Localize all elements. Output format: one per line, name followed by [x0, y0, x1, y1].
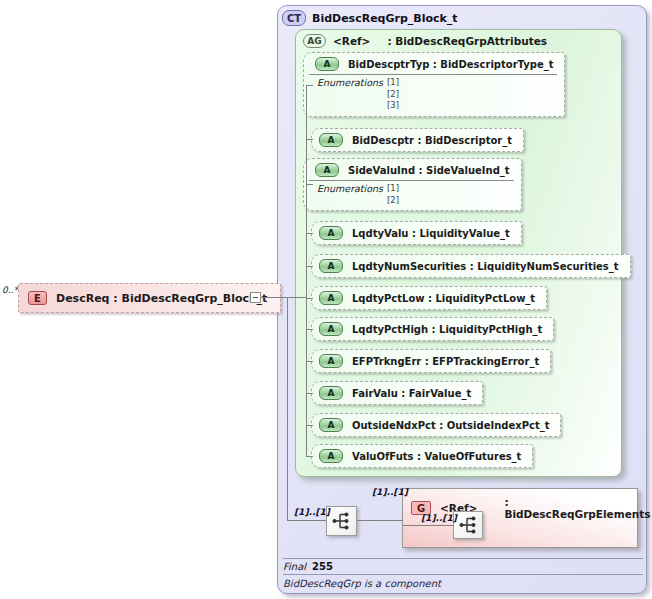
- element-badge: E: [28, 291, 47, 305]
- expand-collapse-handle[interactable]: [250, 292, 261, 303]
- attribute-badge: A: [319, 322, 343, 336]
- enumerations-label: Enumerations: [317, 183, 387, 206]
- connector-line: [306, 85, 313, 86]
- complex-type-header: CT BidDescReqGrp_Block_t: [282, 10, 458, 26]
- attribute-box[interactable]: A BidDescptrTyp : BidDescriptorType_t En…: [303, 52, 565, 117]
- attribute-label: FairValu : FairValue_t: [352, 388, 471, 399]
- attribute-label: SideValuInd : SideValueInd_t: [348, 165, 510, 176]
- attribute-group-header: AG <Ref> : BidDescReqGrpAttributes: [303, 34, 547, 48]
- connector-line: [306, 184, 313, 185]
- sequence-compositor[interactable]: [453, 511, 483, 539]
- enumerations-row: Enumerations [1] [2] [3]: [304, 75, 564, 116]
- connector-line: [287, 297, 288, 521]
- sequence-icon: [332, 512, 351, 530]
- element-box[interactable]: E DescReq : BidDescReqGrp_Block_t: [18, 283, 281, 313]
- attribute-box[interactable]: A OutsideNdxPct : OutsideIndexPct_t: [311, 413, 561, 437]
- attribute-label: LqdtyValu : LiquidityValue_t: [352, 228, 510, 239]
- schema-diagram: CT BidDescReqGrp_Block_t AG <Ref> : BidD…: [0, 0, 652, 599]
- attribute-badge: A: [319, 226, 343, 240]
- connector-line: [306, 425, 313, 426]
- attribute-box[interactable]: A FairValu : FairValue_t: [311, 381, 483, 405]
- footer-divider: [283, 558, 643, 559]
- attribute-box[interactable]: A LqdtyNumSecurities : LiquidityNumSecur…: [311, 254, 631, 278]
- connector-line: [306, 233, 313, 234]
- final-value: 255: [312, 561, 333, 572]
- attribute-header: A BidDescptrTyp : BidDescriptorType_t: [304, 53, 564, 74]
- attribute-label: OutsideNdxPct : OutsideIndexPct_t: [352, 420, 549, 431]
- attribute-label: BidDescptrTyp : BidDescriptorType_t: [348, 59, 553, 70]
- attribute-label: ValuOfFuts : ValueOfFutures_t: [352, 451, 521, 462]
- group-type: : BidDescReqGrpElements: [504, 496, 650, 520]
- attribute-header: A SideValuInd : SideValueInd_t: [304, 159, 521, 180]
- attribute-box[interactable]: A EFPTrkngErr : EFPTrackingError_t: [311, 349, 551, 373]
- enumeration-value: [1]: [387, 77, 399, 89]
- sequence-icon: [459, 516, 478, 534]
- group-link-cardinality: [1]..[1]: [372, 487, 408, 497]
- attribute-box[interactable]: A LqdtyPctLow : LiquidityPctLow_t: [311, 286, 547, 310]
- attribute-badge: A: [319, 449, 343, 463]
- attribute-badge: A: [319, 133, 343, 147]
- sequence-cardinality: [1]..[1]: [294, 507, 330, 517]
- connector-line: [306, 329, 313, 330]
- connector-line: [306, 298, 313, 299]
- connector-line: [357, 520, 403, 521]
- attribute-box[interactable]: A ValuOfFuts : ValueOfFutures_t: [311, 444, 533, 468]
- connector-line: [261, 297, 307, 298]
- enumerations-label: Enumerations: [317, 77, 387, 112]
- connector-line: [306, 266, 313, 267]
- attribute-badge: A: [319, 354, 343, 368]
- minus-icon: [253, 297, 258, 298]
- group-inner-cardinality: [1]..[1]: [421, 513, 457, 523]
- connector-line: [306, 85, 307, 457]
- sequence-compositor[interactable]: [326, 506, 357, 536]
- connector-line: [287, 520, 326, 521]
- enumeration-value: [3]: [387, 100, 399, 112]
- connector-line: [306, 456, 313, 457]
- footer-divider: [283, 574, 643, 575]
- connector-line: [306, 139, 313, 140]
- attribute-box[interactable]: A BidDescptr : BidDescriptor_t: [311, 128, 524, 152]
- enumerations-row: Enumerations [1] [2]: [304, 181, 521, 210]
- connector-line: [403, 525, 453, 526]
- connector-line: [306, 361, 313, 362]
- enumeration-value: [2]: [387, 195, 399, 207]
- attribute-badge: A: [315, 163, 339, 177]
- element-label: DescReq : BidDescReqGrp_Block_t: [56, 292, 267, 305]
- element-cardinality: 0..*: [2, 285, 18, 295]
- enumeration-value: [1]: [387, 183, 399, 195]
- attribute-box[interactable]: A LqdtyValu : LiquidityValue_t: [311, 221, 522, 245]
- attribute-badge: A: [315, 57, 339, 71]
- component-note: BidDescReqGrp is a component: [283, 578, 441, 589]
- final-label: Final: [283, 561, 306, 572]
- attribute-group-type: : BidDescReqGrpAttributes: [387, 35, 547, 47]
- complex-type-title: BidDescReqGrp_Block_t: [312, 12, 458, 25]
- attribute-label: LqdtyNumSecurities : LiquidityNumSecurit…: [352, 261, 619, 272]
- attribute-label: LqdtyPctHigh : LiquidityPctHigh_t: [352, 324, 542, 335]
- attribute-box[interactable]: A LqdtyPctHigh : LiquidityPctHigh_t: [311, 317, 554, 341]
- attribute-badge: A: [319, 386, 343, 400]
- attribute-label: BidDescptr : BidDescriptor_t: [352, 135, 512, 146]
- complex-type-badge: CT: [282, 10, 306, 26]
- attribute-badge: A: [319, 259, 343, 273]
- attribute-badge: A: [319, 291, 343, 305]
- attribute-badge: A: [319, 418, 343, 432]
- attribute-label: LqdtyPctLow : LiquidityPctLow_t: [352, 293, 535, 304]
- attribute-group-ref: <Ref>: [333, 35, 370, 47]
- attribute-label: EFPTrkngErr : EFPTrackingError_t: [352, 356, 539, 367]
- attribute-box[interactable]: A SideValuInd : SideValueInd_t Enumerati…: [303, 158, 522, 211]
- connector-line: [306, 393, 313, 394]
- attribute-group-badge: AG: [303, 34, 326, 48]
- enumeration-value: [2]: [387, 89, 399, 101]
